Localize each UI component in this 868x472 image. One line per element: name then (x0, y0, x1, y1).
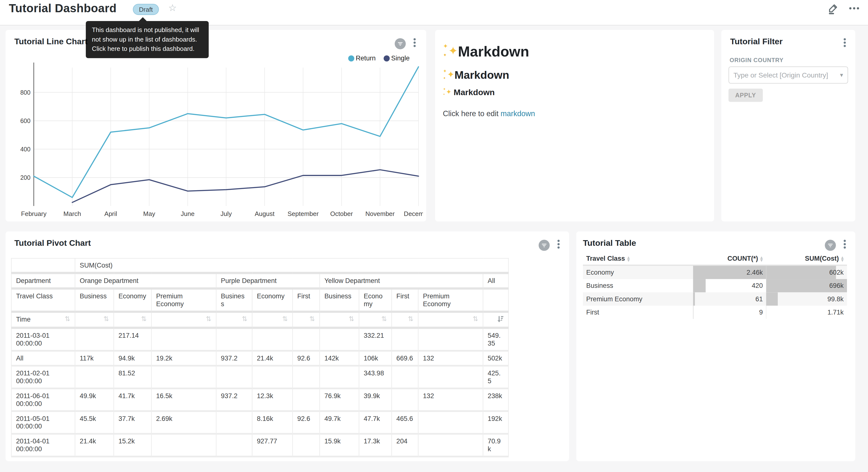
svg-text:800: 800 (20, 89, 31, 96)
pivot-sort-cell[interactable]: ⇅ (151, 312, 216, 328)
sum-cost-cell: 99.8k (766, 292, 847, 305)
sort-icon[interactable]: ⇅ (408, 316, 413, 322)
more-horizontal-icon[interactable] (848, 2, 860, 14)
pivot-sort-cell[interactable]: ⇅ (359, 312, 392, 328)
apply-button[interactable]: APPLY (728, 89, 763, 102)
pivot-value-cell (319, 328, 359, 351)
pivot-value-cell: 76.9k (319, 388, 359, 411)
sum-cost-cell: 1.71k (766, 306, 847, 319)
pivot-sort-cell[interactable]: ⇅ (114, 312, 151, 328)
more-vertical-icon[interactable] (411, 37, 418, 50)
pivot-sort-cell[interactable]: ⇅ (216, 312, 252, 328)
pivot-value-cell: 106k (359, 351, 392, 365)
pivot-value-cell: 49.9k (75, 388, 114, 411)
pivot-row-label: 2011-06-01 00:00:00 (11, 388, 75, 411)
pivot-class-header: Business (216, 289, 252, 312)
column-header-sum-cost[interactable]: SUM(Cost)▲▼ (766, 253, 847, 265)
sort-icon[interactable]: ⇅ (473, 316, 478, 322)
filter-indicator-icon[interactable] (539, 240, 550, 251)
pivot-value-cell: 17.3k (359, 434, 392, 456)
svg-text:July: July (221, 210, 232, 217)
pivot-row: 2011-02-01 00:00:0081.52343.98425.5 (11, 365, 508, 388)
sort-icon[interactable]: ▲▼ (627, 256, 630, 261)
pivot-value-cell: 16.5k (151, 388, 216, 411)
sort-icon[interactable]: ⇅ (65, 316, 70, 322)
line-chart-title: Tutorial Line Chart (14, 36, 88, 46)
sort-icon[interactable]: ▲▼ (841, 256, 843, 261)
dashboard-page: Tutorial Dashboard Draft ☆ This dashboar… (0, 0, 868, 472)
sort-icon[interactable]: ⇅ (242, 316, 247, 322)
pivot-value-cell: 15.2k (114, 434, 151, 456)
sort-icon[interactable]: ⇅ (103, 316, 109, 322)
pivot-group-header: Purple Department (216, 273, 319, 288)
pivot-value-cell: 937.2 (216, 388, 252, 411)
pivot-value-cell (293, 328, 320, 351)
origin-country-select[interactable]: Type or Select [Origin Country] ▾ (728, 66, 848, 84)
favorite-star-icon[interactable]: ☆ (168, 2, 177, 13)
more-vertical-icon[interactable] (555, 239, 563, 252)
pivot-value-cell: 192k (483, 411, 508, 434)
sort-icon[interactable]: ⇅ (349, 316, 354, 322)
count-cell: 420 (693, 279, 766, 292)
more-vertical-icon[interactable] (841, 37, 849, 50)
table-row[interactable]: Premium Economy6199.8k (583, 292, 847, 305)
sort-icon[interactable]: ⇅ (309, 316, 315, 322)
pivot-value-cell: 81.52 (114, 365, 151, 388)
pivot-row: 2011-05-01 00:00:0045.5k37.7k2.69k8.16k9… (11, 411, 508, 434)
pivot-row-label: 2011-04-01 00:00:00 (11, 434, 75, 456)
table-row[interactable]: First91.71k (583, 306, 847, 319)
pivot-value-cell (319, 365, 359, 388)
more-vertical-icon[interactable] (841, 239, 849, 252)
svg-text:April: April (104, 210, 117, 217)
filter-indicator-icon[interactable] (395, 38, 406, 49)
pivot-sort-cell[interactable]: ⇅ (392, 312, 418, 328)
sort-desc-icon[interactable] (497, 316, 504, 324)
pivot-value-cell: 8.16k (252, 411, 292, 434)
pivot-sort-cell[interactable]: ⇅ (418, 312, 483, 328)
pivot-row-label: 2011-03-01 00:00:00 (11, 328, 75, 351)
pivot-value-cell: 549.35 (483, 328, 508, 351)
pivot-class-header: First (293, 289, 320, 312)
edit-markdown-link[interactable]: markdown (500, 110, 535, 118)
pivot-cell (11, 258, 75, 273)
sparkles-icon: ✦✦✦ (443, 69, 455, 80)
sort-icon[interactable]: ⇅ (141, 316, 147, 322)
pivot-value-cell (293, 434, 320, 456)
pivot-value-cell: 45.5k (75, 411, 114, 434)
pivot-sort-cell-active[interactable] (483, 312, 508, 328)
pivot-value-cell: 70.9k (483, 434, 508, 456)
chevron-down-icon: ▾ (840, 71, 843, 79)
pivot-value-cell (418, 328, 483, 351)
pivot-sort-cell[interactable]: ⇅ (319, 312, 359, 328)
pivot-time-header[interactable]: Time⇅ (11, 312, 75, 328)
sort-icon[interactable]: ⇅ (282, 316, 288, 322)
column-header-count[interactable]: COUNT(*)▲▼ (693, 253, 766, 265)
pivot-sort-cell[interactable]: ⇅ (293, 312, 320, 328)
pivot-value-cell (418, 365, 483, 388)
pivot-chart-card: Tutorial Pivot Chart SUM(Cost)Department… (6, 231, 569, 461)
pivot-sort-cell[interactable]: ⇅ (75, 312, 114, 328)
draft-badge[interactable]: Draft (133, 4, 159, 15)
sort-icon[interactable]: ⇅ (381, 316, 387, 322)
line-chart-plot[interactable]: 200400600800FebruaryMarchAprilMayJuneJul… (11, 61, 423, 222)
filter-card: Tutorial Filter ORIGIN COUNTRY Type or S… (721, 30, 855, 221)
edit-pencil-icon[interactable] (827, 2, 839, 14)
tooltip-line: not show up in the list of dashboards. (92, 35, 203, 45)
pivot-value-cell: 117k (75, 351, 114, 365)
pivot-value-cell (75, 365, 114, 388)
pivot-value-cell (252, 365, 292, 388)
pivot-group-header: Orange Department (75, 273, 216, 288)
sort-icon[interactable]: ⇅ (206, 316, 212, 322)
pivot-class-header: Economy (359, 289, 392, 312)
pivot-value-cell (418, 434, 483, 456)
draft-tooltip[interactable]: This dashboard is not published, it will… (86, 21, 209, 58)
table-row[interactable]: Economy2.46k602k (583, 265, 847, 279)
count-cell: 61 (693, 292, 766, 305)
pivot-value-cell: 142k (319, 351, 359, 365)
table-row[interactable]: Business420696k (583, 279, 847, 292)
column-header-travel-class[interactable]: Travel Class▲▼ (583, 253, 693, 265)
filter-indicator-icon[interactable] (825, 240, 836, 251)
sort-icon[interactable]: ▲▼ (760, 256, 763, 261)
pivot-value-cell (293, 365, 320, 388)
pivot-sort-cell[interactable]: ⇅ (252, 312, 292, 328)
